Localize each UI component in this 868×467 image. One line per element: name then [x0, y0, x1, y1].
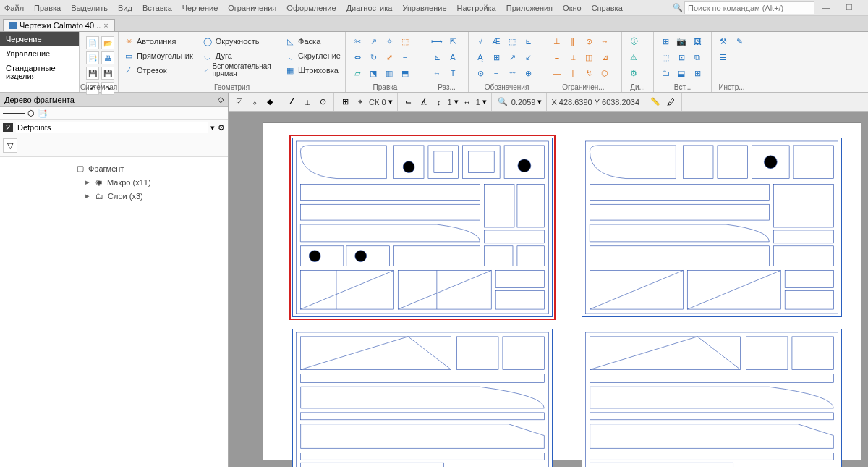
sb-snap-perp-icon[interactable]: ⟂ — [301, 96, 314, 109]
sb-ortho-icon[interactable]: ⌙ — [402, 96, 415, 109]
tool-arc[interactable]: ◡Дуга — [202, 49, 276, 63]
edit-icon-5[interactable]: ⇔ — [350, 50, 365, 64]
side-panel-toggle[interactable]: ◇ — [218, 95, 224, 104]
con-icon-8[interactable]: ⊿ — [597, 50, 612, 64]
ann-icon-10[interactable]: ≡ — [489, 66, 503, 80]
tool-circle[interactable]: ◯Окружность — [202, 34, 276, 49]
dim-icon-6[interactable]: T — [446, 66, 460, 80]
tool-icon-1[interactable]: ⚒ — [716, 34, 731, 49]
menu-apps[interactable]: Приложения — [506, 4, 553, 12]
ins-icon-2[interactable]: 📷 — [674, 34, 689, 49]
sb-axis-icon[interactable]: ↕ — [433, 96, 446, 109]
tool-hatch[interactable]: ▦Штриховка — [284, 63, 341, 77]
chevron-down-icon[interactable]: ▾ — [454, 97, 459, 106]
window-minimize-button[interactable]: — — [822, 3, 830, 12]
tool-segment[interactable]: ∕Отрезок — [123, 63, 193, 77]
con-icon-7[interactable]: ◫ — [582, 50, 596, 64]
command-search-input[interactable] — [684, 1, 814, 14]
edit-icon-6[interactable]: ↻ — [366, 50, 380, 64]
edit-icon-12[interactable]: ⬒ — [398, 66, 412, 80]
tool-chamfer[interactable]: ◺Фаска — [284, 34, 341, 49]
chevron-down-icon[interactable]: ▾ — [210, 123, 215, 132]
ins-icon-6[interactable]: ⧉ — [690, 50, 705, 64]
layout-sheet-1[interactable] — [292, 138, 553, 317]
ann-icon-8[interactable]: ↙ — [521, 50, 535, 64]
edit-icon-2[interactable]: ↗ — [366, 34, 380, 49]
con-icon-6[interactable]: ⟂ — [566, 50, 580, 64]
edit-icon-1[interactable]: ✂ — [350, 34, 365, 49]
ann-icon-1[interactable]: √ — [473, 34, 488, 49]
menu-edit[interactable]: Правка — [34, 4, 61, 12]
tool-rectangle[interactable]: ▭Прямоугольник — [123, 49, 193, 63]
print-icon[interactable]: 🖶 — [101, 51, 114, 64]
con-icon-12[interactable]: ⬡ — [597, 66, 612, 80]
edit-icon-8[interactable]: ≡ — [398, 50, 412, 64]
dim-icon-4[interactable]: A — [446, 50, 460, 64]
ins-icon-8[interactable]: ⬓ — [674, 66, 689, 80]
con-icon-5[interactable]: = — [550, 50, 564, 64]
panel-tab-manage[interactable]: Управление — [0, 46, 79, 61]
ann-icon-12[interactable]: ⊕ — [521, 66, 535, 80]
menu-manage[interactable]: Управление — [402, 4, 446, 12]
expand-arrow-icon[interactable]: ▸ — [85, 191, 91, 201]
ann-icon-7[interactable]: ↗ — [505, 50, 519, 64]
last-docs-icon[interactable]: 📑 — [86, 51, 99, 64]
con-icon-1[interactable]: ⊥ — [550, 34, 564, 49]
menu-design[interactable]: Оформление — [286, 4, 336, 12]
tool-fillet[interactable]: ◟Скругление — [284, 49, 341, 63]
ann-icon-4[interactable]: ⊾ — [521, 34, 535, 49]
menu-window[interactable]: Окно — [563, 4, 582, 12]
edit-icon-11[interactable]: ▥ — [382, 66, 396, 80]
layer-selector[interactable] — [16, 122, 208, 133]
chevron-down-icon[interactable]: ▾ — [537, 97, 542, 106]
panel-tab-stdparts[interactable]: Стандартные изделия — [0, 61, 79, 84]
con-icon-3[interactable]: ⊙ — [582, 34, 596, 49]
ann-icon-5[interactable]: Ą — [473, 50, 488, 64]
sb-grid-icon[interactable]: ⊞ — [339, 96, 352, 109]
linetype-icon[interactable] — [3, 113, 25, 114]
scale-b[interactable]: 1 — [476, 98, 480, 106]
chevron-down-icon[interactable]: ▾ — [388, 97, 393, 106]
ins-icon-4[interactable]: ⬚ — [658, 50, 673, 64]
menu-constraints[interactable]: Ограничения — [228, 4, 276, 12]
layout-sheet-2[interactable] — [582, 138, 842, 317]
menu-help[interactable]: Справка — [592, 4, 623, 12]
menu-diagnostics[interactable]: Диагностика — [346, 4, 393, 12]
ins-icon-9[interactable]: ⊞ — [690, 66, 705, 80]
ann-icon-3[interactable]: ⬚ — [505, 34, 519, 49]
sb-axis2-icon[interactable]: ↔ — [461, 96, 474, 109]
tool-icon-2[interactable]: ✎ — [732, 34, 746, 49]
chevron-down-icon[interactable]: ▾ — [482, 97, 487, 106]
close-tab-button[interactable]: × — [103, 21, 108, 30]
con-icon-10[interactable]: | — [566, 66, 580, 80]
layout-sheet-4[interactable] — [582, 329, 842, 467]
document-tab-active[interactable]: Чертежи Calmato 40... × — [3, 19, 115, 31]
sb-cs-icon[interactable]: ⌖ — [354, 96, 367, 109]
menu-insert[interactable]: Вставка — [142, 4, 172, 12]
save-all-icon[interactable]: 💾 — [101, 67, 114, 80]
con-icon-11[interactable]: ↯ — [582, 66, 596, 80]
drawing-viewport[interactable] — [229, 112, 868, 467]
scale-a[interactable]: 1 — [448, 98, 452, 106]
menu-view[interactable]: Вид — [118, 4, 132, 12]
sb-snap-end-icon[interactable]: ⊙ — [316, 96, 329, 109]
style-icon[interactable]: ⬡ — [27, 109, 35, 118]
expand-arrow-icon[interactable]: ▸ — [85, 177, 91, 187]
sb-angle-icon[interactable]: ∠ — [286, 96, 299, 109]
dim-icon-5[interactable]: ↔ — [430, 66, 444, 80]
ins-icon-3[interactable]: 🖼 — [690, 34, 705, 49]
tree-item-layers[interactable]: ▸ 🗂 Слои (x3) — [4, 189, 224, 203]
ann-icon-9[interactable]: ⊙ — [473, 66, 488, 80]
ann-icon-2[interactable]: Æ — [489, 34, 503, 49]
panel-tab-drafting[interactable]: Черчение — [0, 32, 79, 46]
menu-settings[interactable]: Настройка — [457, 4, 496, 12]
menu-select[interactable]: Выделить — [71, 4, 108, 12]
sb-cursor-icon[interactable]: ⬨ — [248, 96, 261, 109]
diag-icon-3[interactable]: ⚙ — [626, 66, 641, 80]
sb-polar-icon[interactable]: ∡ — [417, 96, 430, 109]
layer-color-swatch[interactable]: 2 — [3, 123, 13, 132]
sb-eraser-icon[interactable]: ◆ — [263, 96, 276, 109]
ins-icon-7[interactable]: 🗀 — [658, 66, 673, 80]
diag-icon-1[interactable]: 🛈 — [626, 34, 641, 49]
sb-checkbox-icon[interactable]: ☑ — [233, 96, 246, 109]
